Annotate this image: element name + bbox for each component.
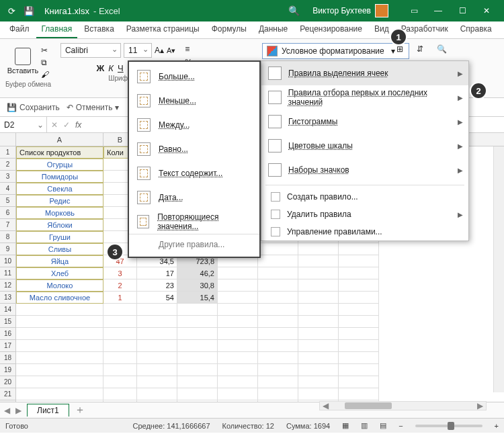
- row-header-9[interactable]: 9: [0, 243, 15, 255]
- cell-A2[interactable]: Огурцы: [16, 159, 103, 171]
- cell-A14[interactable]: [16, 304, 103, 316]
- cell-G18[interactable]: [298, 352, 339, 364]
- tab-данные[interactable]: Данные: [253, 21, 293, 38]
- cell-G17[interactable]: [298, 340, 339, 352]
- cell-G9[interactable]: [298, 243, 339, 255]
- cell-H17[interactable]: [339, 340, 379, 352]
- paste-button[interactable]: Вставить: [7, 43, 38, 79]
- cf-menu-new[interactable]: Создать правило...: [261, 188, 468, 206]
- cf-menu-databars[interactable]: Гистограммы▶: [261, 110, 468, 134]
- highlight-rule-6[interactable]: Повторяющиеся значения...: [129, 210, 259, 234]
- row-header-15[interactable]: 15: [0, 316, 15, 328]
- sheet-tab[interactable]: Лист1: [27, 404, 69, 417]
- cell-E19[interactable]: [218, 364, 258, 376]
- cell-B15[interactable]: [103, 316, 137, 328]
- cell-F18[interactable]: [258, 352, 298, 364]
- vertical-scrollbar[interactable]: [493, 146, 504, 392]
- cell-F19[interactable]: [258, 364, 298, 376]
- cf-menu-manage[interactable]: Управление правилами...: [261, 223, 468, 241]
- cell-D18[interactable]: [177, 352, 218, 364]
- highlight-rule-4[interactable]: Текст содержит...: [129, 161, 259, 185]
- cell-E14[interactable]: [218, 304, 258, 316]
- row-header-22[interactable]: 22: [0, 400, 15, 402]
- cell-E15[interactable]: [218, 316, 258, 328]
- cell-H18[interactable]: [339, 352, 379, 364]
- cell-A9[interactable]: Сливы: [16, 243, 103, 255]
- row-header-19[interactable]: 19: [0, 364, 15, 376]
- cell-A7[interactable]: Яблоки: [16, 219, 103, 231]
- cell-G14[interactable]: [298, 304, 339, 316]
- cell-A4[interactable]: Свекла: [16, 183, 103, 195]
- cell-A18[interactable]: [16, 352, 103, 364]
- cell-D14[interactable]: [177, 304, 218, 316]
- font-size-combo[interactable]: 11: [124, 43, 152, 58]
- font-name-combo[interactable]: Calibri: [60, 43, 121, 58]
- highlight-rule-3[interactable]: Равно...: [129, 137, 259, 161]
- cell-E21[interactable]: [218, 388, 258, 400]
- col-header-A[interactable]: A: [16, 133, 103, 146]
- cell-A3[interactable]: Помидоры: [16, 171, 103, 183]
- cell-H13[interactable]: [339, 292, 379, 304]
- view-break-icon[interactable]: ▤: [380, 421, 386, 430]
- cell-C19[interactable]: [137, 364, 177, 376]
- row-header-18[interactable]: 18: [0, 352, 15, 364]
- scroll-right-icon[interactable]: ▶: [477, 401, 483, 410]
- row-header-14[interactable]: 14: [0, 304, 15, 316]
- zoom-in-icon[interactable]: +: [495, 422, 499, 430]
- cell-D22[interactable]: [177, 400, 218, 402]
- cell-F21[interactable]: [258, 388, 298, 400]
- tab-главная[interactable]: Главная: [36, 21, 78, 38]
- horizontal-scrollbar[interactable]: ◀ ▶: [319, 401, 487, 410]
- insert-cells-icon[interactable]: ⊞: [396, 44, 403, 54]
- view-layout-icon[interactable]: ▥: [361, 421, 368, 430]
- cell-A6[interactable]: Морковь: [16, 207, 103, 219]
- cell-C16[interactable]: [137, 328, 177, 340]
- tab-разметка страницы[interactable]: Разметка страницы: [121, 21, 205, 38]
- cell-A21[interactable]: [16, 388, 103, 400]
- cell-H21[interactable]: [339, 388, 379, 400]
- save-button[interactable]: 💾 Сохранить: [7, 103, 60, 112]
- tab-справка[interactable]: Справка: [455, 21, 497, 38]
- cell-D17[interactable]: [177, 340, 218, 352]
- tab-формулы[interactable]: Формулы: [206, 21, 252, 38]
- save-icon[interactable]: 💾: [23, 5, 35, 17]
- cell-E11[interactable]: [218, 267, 258, 279]
- cf-menu-colorscales[interactable]: Цветовые шкалы▶: [261, 134, 468, 158]
- zoom-slider[interactable]: [415, 425, 482, 427]
- cell-F11[interactable]: [258, 267, 298, 279]
- cf-menu-toptail[interactable]: Правила отбора первых и последних значен…: [261, 85, 468, 110]
- cell-B22[interactable]: [103, 400, 137, 402]
- cell-A16[interactable]: [16, 328, 103, 340]
- row-header-5[interactable]: 5: [0, 195, 15, 207]
- cell-H15[interactable]: [339, 316, 379, 328]
- highlight-other-rules[interactable]: Другие правила...: [129, 234, 259, 254]
- format-painter-icon[interactable]: 🖌: [41, 70, 49, 79]
- sort-filter-icon[interactable]: ⇵: [417, 44, 423, 54]
- cell-B21[interactable]: [103, 388, 137, 400]
- cell-A19[interactable]: [16, 364, 103, 376]
- cell-D16[interactable]: [177, 328, 218, 340]
- cell-H12[interactable]: [339, 279, 379, 292]
- cell-D15[interactable]: [177, 316, 218, 328]
- row-header-2[interactable]: 2: [0, 159, 15, 171]
- cell-A10[interactable]: Яйца: [16, 255, 103, 267]
- cell-F14[interactable]: [258, 304, 298, 316]
- cell-D11[interactable]: 46,2: [177, 267, 218, 279]
- next-sheet-icon[interactable]: ▶: [15, 406, 22, 415]
- cell-B19[interactable]: [103, 364, 137, 376]
- cancel-formula-icon[interactable]: ✕: [51, 120, 58, 130]
- cell-E16[interactable]: [218, 328, 258, 340]
- prev-sheet-icon[interactable]: ◀: [4, 406, 10, 415]
- row-header-7[interactable]: 7: [0, 219, 15, 231]
- cell-A8[interactable]: Груши: [16, 231, 103, 243]
- cell-C11[interactable]: 17: [137, 267, 177, 279]
- row-header-11[interactable]: 11: [0, 267, 15, 279]
- row-header-4[interactable]: 4: [0, 183, 15, 195]
- cell-C22[interactable]: [137, 400, 177, 402]
- cell-B11[interactable]: 3: [103, 267, 137, 279]
- cell-D19[interactable]: [177, 364, 218, 376]
- highlight-rule-1[interactable]: Меньше...: [129, 89, 259, 113]
- view-normal-icon[interactable]: ▦: [342, 421, 349, 430]
- cell-A5[interactable]: Редис: [16, 195, 103, 207]
- cell-H10[interactable]: [339, 255, 379, 267]
